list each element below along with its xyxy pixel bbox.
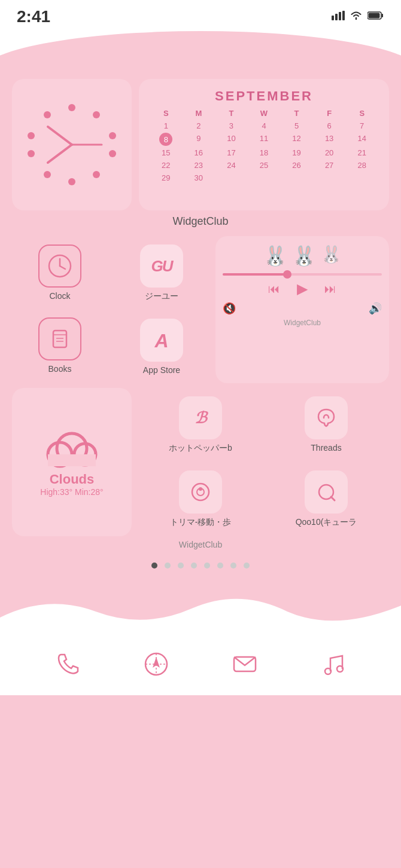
torima-icon: [179, 470, 222, 514]
app-books[interactable]: Books: [12, 309, 108, 382]
app-qoo10[interactable]: Qoo10(キューラ: [263, 462, 389, 536]
svg-point-8: [93, 111, 100, 118]
dot-2[interactable]: [165, 563, 171, 569]
playback-controls: ⏮ ▶ ⏭: [223, 280, 382, 297]
mid-apps-col: GU ジーユー A App Store: [114, 236, 209, 383]
status-bar: 2:41: [0, 0, 401, 31]
dock-phone[interactable]: [55, 651, 81, 677]
cal-grid: S M T W T F S 1 2 3 4 5 6 7: [150, 109, 378, 184]
status-icons: [332, 11, 384, 23]
volume-icon[interactable]: 🔊: [369, 302, 382, 315]
svg-rect-6: [369, 13, 380, 19]
bottom-wave-container: [0, 582, 401, 641]
music-progress[interactable]: [223, 273, 382, 276]
svg-text:A: A: [154, 330, 168, 352]
svg-point-7: [68, 104, 75, 111]
widget-row-top: SEPTEMBER S M T W T F S 1 2 3 4 5: [12, 79, 389, 210]
cal-today: 8: [159, 133, 172, 146]
rewind-button[interactable]: ⏮: [268, 282, 280, 296]
cal-header-S: S: [150, 109, 183, 118]
battery-icon: [367, 11, 384, 22]
app-threads[interactable]: Threads: [263, 388, 389, 462]
rabbit-1: 🐰: [263, 244, 287, 267]
app-appstore[interactable]: A App Store: [114, 310, 209, 383]
cal-header-W: W: [248, 109, 281, 118]
cloud-svg: [42, 427, 102, 472]
dot-8[interactable]: [244, 563, 250, 569]
app-torima[interactable]: トリマ-移動・歩: [138, 462, 263, 536]
cal-month: SEPTEMBER: [150, 88, 378, 104]
volume-row: 🔇 🔊: [223, 302, 382, 315]
music-widget-col: 🐰 🐰 🐰 ⏮ ▶ ⏭ 🔇 🔊: [215, 236, 389, 383]
books-label: Books: [48, 364, 72, 374]
books-app-icon: [38, 317, 81, 360]
dot-5[interactable]: [204, 563, 210, 569]
rabbits-row: 🐰 🐰 🐰: [223, 244, 382, 267]
svg-point-10: [109, 150, 116, 157]
gu-app-icon: GU: [140, 244, 183, 288]
wifi-icon: [350, 11, 363, 23]
torima-label: トリマ-移動・歩: [170, 517, 232, 528]
cloud-temp: High:33° Min:28°: [40, 487, 103, 497]
dock: [0, 651, 401, 677]
svg-rect-3: [342, 11, 345, 20]
dot-7[interactable]: [230, 563, 236, 569]
lower-right-apps: ℬ ホットペッパーb Threads: [138, 388, 389, 536]
cloud-widget: Clouds High:33° Min:28°: [12, 388, 132, 536]
left-apps-col: Clock Books: [12, 236, 108, 383]
cal-row-1: 1 2 3 4 5 6 7: [150, 120, 378, 132]
svg-point-12: [68, 178, 75, 185]
svg-point-16: [44, 111, 51, 118]
rabbit-2: 🐰: [292, 244, 316, 267]
svg-rect-2: [339, 12, 341, 20]
svg-point-15: [28, 132, 35, 139]
clock-label: Clock: [49, 291, 70, 301]
cloud-name: Clouds: [50, 472, 95, 487]
cal-row-4: 22 23 24 25 26 27 28: [150, 160, 378, 171]
appstore-app-icon: A: [140, 319, 183, 362]
cal-row-5: 29 30: [150, 172, 378, 184]
dock-safari[interactable]: [143, 651, 169, 677]
mute-icon[interactable]: 🔇: [223, 302, 236, 315]
svg-rect-31: [48, 454, 96, 466]
clock-widget: [12, 79, 132, 210]
dot-3[interactable]: [178, 563, 184, 569]
cal-header-T1: T: [215, 109, 248, 118]
app-hotpepper[interactable]: ℬ ホットペッパーb: [138, 388, 263, 462]
dock-area: [0, 641, 401, 695]
svg-rect-5: [382, 14, 384, 17]
lower-section: Clouds High:33° Min:28° ℬ ホットペッパーb: [12, 388, 389, 536]
svg-rect-0: [332, 16, 334, 20]
hotpepper-label: ホットペッパーb: [169, 443, 232, 454]
status-time: 2:41: [17, 7, 50, 26]
widgetclub-top-label: WidgetClub: [12, 215, 389, 228]
dock-mail[interactable]: [232, 651, 258, 677]
cal-header-row: S M T W T F S: [150, 109, 378, 118]
svg-rect-1: [335, 14, 338, 20]
svg-line-17: [48, 127, 72, 145]
fastforward-button[interactable]: ⏭: [324, 282, 336, 296]
svg-point-32: [192, 484, 209, 500]
cal-row-2: 8 9 10 11 12 13 14: [150, 133, 378, 146]
qoo10-label: Qoo10(キューラ: [296, 517, 357, 528]
svg-marker-41: [153, 657, 160, 668]
svg-point-9: [109, 132, 116, 139]
svg-point-34: [199, 487, 202, 491]
app-gu[interactable]: GU ジーユー: [114, 236, 209, 310]
svg-line-36: [331, 497, 335, 500]
bottom-wave: [0, 582, 401, 641]
dot-6[interactable]: [217, 563, 223, 569]
page-dots: [12, 553, 389, 576]
threads-label: Threads: [311, 443, 341, 453]
app-row-1: Clock Books GU ジーユー: [12, 236, 389, 383]
dot-1[interactable]: [151, 563, 157, 569]
play-button[interactable]: ▶: [297, 280, 308, 297]
dot-4[interactable]: [191, 563, 197, 569]
signal-icon: [332, 11, 345, 23]
music-widgetclub-label: WidgetClub: [223, 319, 382, 327]
dock-music[interactable]: [320, 651, 346, 677]
svg-point-11: [93, 171, 100, 178]
svg-point-13: [44, 171, 51, 178]
cal-header-F: F: [313, 109, 346, 118]
app-clock[interactable]: Clock: [12, 236, 108, 309]
